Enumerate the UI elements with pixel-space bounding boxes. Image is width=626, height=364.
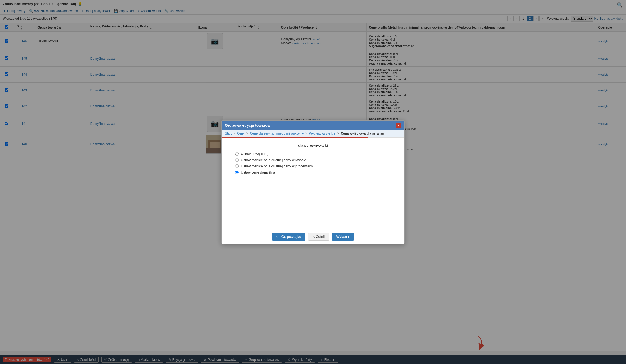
execute-button[interactable]: Wykonaj: [332, 233, 354, 241]
modal-grupowa-edycja: Grupowa edycja towarów × Start > Ceny > …: [221, 120, 405, 244]
start-button[interactable]: << Od początku: [272, 233, 305, 241]
modal-section-title: dla porównywarki: [230, 143, 396, 147]
radio-input-1[interactable]: [235, 152, 239, 156]
radio-group: Ustaw nową cenę Ustaw różnicę od aktualn…: [230, 152, 396, 174]
breadcrumb-cene-dla-serwisu[interactable]: Cenę dla serwisu innego niż aukcyjny: [250, 132, 304, 135]
back-button[interactable]: < Cofnij: [308, 233, 329, 241]
modal-overlay: Grupowa edycja towarów × Start > Ceny > …: [0, 0, 626, 351]
modal-header: Grupowa edycja towarów ×: [222, 121, 404, 130]
modal-body: dla porównywarki Ustaw nową cenę Ustaw r…: [222, 138, 404, 229]
radio-option-1[interactable]: Ustaw nową cenę: [235, 152, 396, 156]
modal-breadcrumb: Start > Ceny > Cenę dla serwisu innego n…: [222, 130, 404, 137]
radio-input-4[interactable]: [235, 171, 239, 174]
modal-title: Grupowa edycja towarów: [225, 123, 270, 128]
breadcrumb-wybierz-wszystkie[interactable]: Wybierz wszystkie: [309, 132, 336, 135]
breadcrumb-ceny[interactable]: Ceny: [237, 132, 245, 135]
radio-option-2[interactable]: Ustaw różnicę od aktualnej ceny w kwocie: [235, 158, 396, 162]
radio-option-4[interactable]: Ustaw cenę domyślną: [235, 170, 396, 174]
radio-option-3[interactable]: Ustaw różnicę od aktualnej ceny w procen…: [235, 164, 396, 168]
breadcrumb-start[interactable]: Start: [225, 132, 232, 135]
radio-input-3[interactable]: [235, 164, 239, 168]
modal-close-button[interactable]: ×: [396, 123, 401, 128]
breadcrumb-current: Cena wyjściowa dla serwisu: [341, 132, 384, 135]
modal-footer: << Od początku < Cofnij Wykonaj: [222, 229, 404, 244]
radio-input-2[interactable]: [235, 158, 239, 162]
